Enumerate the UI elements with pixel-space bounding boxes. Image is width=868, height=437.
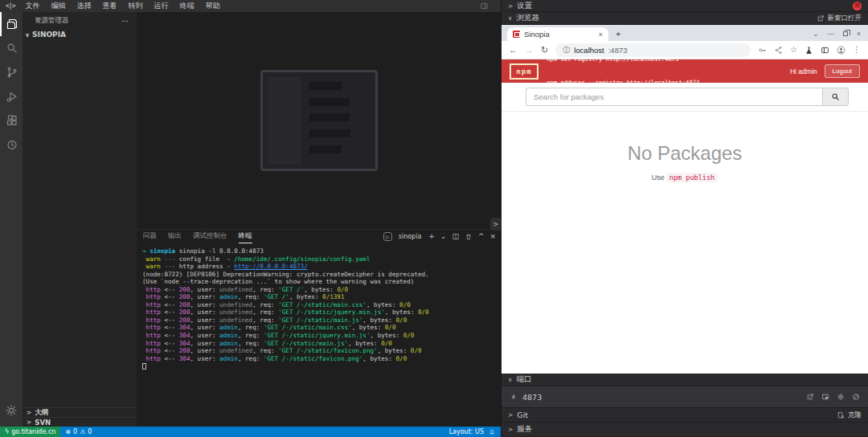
explorer-sidebar: 资源管理器 ⋯ ∨ SINOPIA > 大纲 > SVN [23,12,137,427]
share-icon[interactable] [774,46,783,55]
tab-close-icon[interactable]: × [599,31,603,39]
user-avatar[interactable]: 邓 [853,2,862,10]
terminal-log-line: warn --- config file - /home/ide/.config… [142,255,501,263]
bookmark-star-icon[interactable]: ☆ [790,46,797,54]
menu-item[interactable]: 选择 [71,0,96,12]
preview-icon[interactable] [821,393,829,401]
watermark-bar [309,98,350,106]
empty-editor-watermark [260,70,378,171]
layout-indicator[interactable]: Layout: US [449,428,484,435]
run-debug-icon[interactable] [0,84,23,108]
explorer-icon[interactable] [0,12,23,36]
minimize-icon[interactable]: — [828,31,835,38]
greeting-text: Hi admin [790,67,817,76]
root-folder-name: SINOPIA [32,31,66,39]
logout-button[interactable]: Logout [825,64,860,78]
timeline-icon[interactable] [0,133,23,157]
new-tab-button[interactable]: + [616,30,620,39]
menu-bar: 文件编辑选择查看转到运行终端帮助 [19,0,225,12]
browser-label: 浏览器 [517,13,540,23]
source-control-icon[interactable] [0,60,23,84]
terminal-log-line: http <-- 200, user: undefined, req: 'GET… [142,317,501,325]
terminal-process-name[interactable]: sinopia [399,233,422,240]
password-key-icon[interactable] [758,46,767,55]
menu-item[interactable]: 查看 [96,0,122,12]
menu-item[interactable]: 转到 [122,0,148,12]
watermark-bar [309,113,350,121]
empty-state-hint: Usenpm publish [502,174,868,182]
close-window-icon[interactable]: × [857,31,861,38]
svn-section[interactable]: > SVN [23,417,137,427]
npm-publish-code: npm publish [666,173,718,182]
stop-forward-icon[interactable] [852,393,860,401]
terminal-log-line: http <-- 200, user: undefined, req: 'GET… [142,308,501,317]
outline-label: 大纲 [35,408,48,418]
git-label: Git [517,410,528,419]
chevron-right-icon: > [508,2,513,10]
external-link-icon [817,14,825,22]
manage-gear-icon[interactable] [0,400,23,421]
open-new-window-button[interactable]: 新窗口打开 [817,14,862,23]
maximize-panel-icon[interactable]: ^ [478,233,485,240]
notifications-bell-icon[interactable] [489,429,495,435]
git-section-header[interactable]: > Git 克隆 [502,408,868,423]
menu-item[interactable]: 终端 [174,0,199,12]
ports-section-header[interactable]: ∨ 端口 [502,374,868,386]
split-terminal-icon[interactable]: ◫ [452,233,459,240]
new-terminal-icon[interactable]: + [428,233,435,240]
right-panel: > 设置 邓 ∨ 浏览器 新窗口打开 Sinopia × + ⌄ [501,0,868,437]
ide-window: <|> 文件编辑选择查看转到运行终端帮助 资源管理器 [0,0,868,437]
clone-label: 克隆 [848,410,862,420]
browser-section-header[interactable]: ∨ 浏览器 新窗口打开 [502,12,868,25]
back-button[interactable]: ← [509,46,518,55]
terminal-log-line: http <-- 304, user: admin, req: 'GET /-/… [142,332,501,340]
watermark-sidebar-block [268,77,301,164]
app-logo-icon: <|> [6,2,14,10]
folder-section-sinopia[interactable]: ∨ SINOPIA [23,29,137,40]
outline-section[interactable]: > 大纲 [23,407,137,417]
settings-section-header[interactable]: > 设置 邓 [502,0,868,12]
watermark-bar [309,129,350,137]
panel-tab[interactable]: 问题 [143,230,157,243]
more-actions-icon[interactable]: ⋯ [121,17,129,25]
terminal-dropdown-icon[interactable]: ⌄ [440,233,447,240]
panel-tab[interactable]: 调试控制台 [193,230,227,243]
remote-indicator[interactable]: ϟ go.titanide.cn [0,427,60,437]
port-row-4873[interactable]: 4873 [502,386,868,408]
restore-window-icon[interactable] [843,31,848,36]
menu-item[interactable]: 运行 [148,0,174,12]
open-in-browser-icon[interactable] [806,393,814,401]
package-search-input[interactable] [526,88,822,106]
port-settings-gear-icon[interactable] [837,393,845,401]
kebab-menu-icon[interactable]: ⋮ [853,46,861,54]
services-section-header[interactable]: > 服务 [502,423,868,437]
panel-tab[interactable]: 输出 [168,230,182,243]
customize-layout-icon[interactable] [481,2,488,10]
kill-terminal-icon[interactable] [465,233,473,241]
embedded-browser: Sinopia × + ⌄ — × ← → ↻ ⓘ localhost:4873 [502,25,868,374]
terminal-shell-icon: ▷ [383,232,392,241]
search-submit-button[interactable] [822,88,849,106]
menu-item[interactable]: 文件 [19,0,45,12]
activity-bar [0,12,23,427]
editor-area[interactable] [137,12,501,229]
problems-status[interactable]: ⊗ 0 ⚠ 0 [60,428,96,435]
extensions-icon[interactable] [0,108,23,133]
extension-flask-icon[interactable] [805,46,813,55]
git-clone-button[interactable]: 克隆 [837,410,862,420]
services-label: 服务 [517,424,532,435]
panel-expand-chevron[interactable]: > [490,218,501,231]
watermark-bar [309,82,342,90]
panel-tab[interactable]: 终端 [239,230,252,243]
tab-search-caret-icon[interactable]: ⌄ [813,31,818,38]
menu-item[interactable]: 编辑 [45,0,71,12]
chevron-right-icon: > [27,409,31,416]
terminal-output[interactable]: → sinopia sinopia -l 0.0.0.0:4873 warn -… [137,243,501,370]
menu-item[interactable]: 帮助 [199,0,225,12]
npm-registry-header: npm npm set registry http://localhost:48… [502,59,868,83]
search-icon[interactable] [0,36,23,60]
close-panel-icon[interactable]: × [489,233,496,240]
profile-avatar-icon[interactable] [837,46,845,55]
tab-group-icon[interactable] [821,46,829,55]
forward-button[interactable]: → [525,46,534,55]
